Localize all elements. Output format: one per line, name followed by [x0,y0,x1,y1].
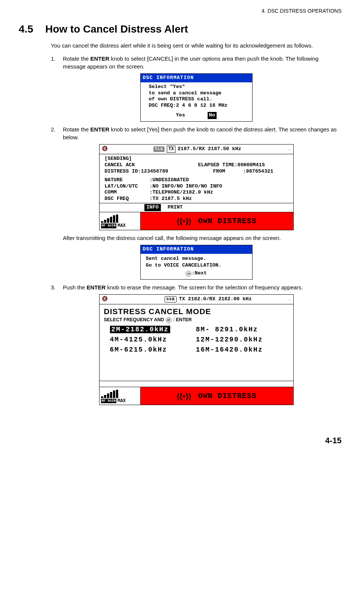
max-label: MAX [117,223,126,229]
t: SELECT FREQUENCY AND [104,317,164,323]
dialog-title: DSC INFORMATION [141,74,252,82]
nature-label: NATURE [105,177,150,183]
t: Push the [63,284,86,291]
dialog-title: DSC INFORMATION [141,245,252,254]
step-2: 2. Rotate the ENTER knob to select [Yes]… [51,125,342,141]
enter-knob: ENTER [90,55,109,62]
from-label: FROM [213,168,243,175]
latlon-value: :NO INFO/NO INFO/NO INFO [150,183,222,190]
signal-icon: ◟ [288,146,291,152]
nature-value: :UNDESIGNATED [150,177,189,183]
signal-bars-icon [101,215,139,223]
step-text: Rotate the ENTER knob to select [CANCEL]… [63,55,342,70]
speaker-icon: 🔇 [102,146,108,152]
select-freq-instruction: SELECT FREQUENCY AND ↵ : ENTER [104,317,290,323]
dialog-line: Select "Yes" [149,84,247,90]
no-option[interactable]: No [208,112,217,119]
dialog-line: to send a cancel message [149,90,247,97]
after-screen-text: After transmitting the distress cancel c… [63,234,342,242]
freq-12m[interactable]: 12M-12290.0kHz [196,335,282,344]
step-3: 3. Push the ENTER knob to erase the mess… [51,283,342,291]
own-distress-text: OWN DISTRESS [198,391,257,401]
cancel-ack: CANCEL ACK [105,162,198,168]
signal-bars-icon [101,390,139,398]
latlon-label: LAT/LON/UTC [105,183,150,190]
enter-icon: ↵ [186,271,192,277]
step-number: 2. [51,125,58,141]
freq-readout: 2187.5/RX 2187.50 kHz [178,146,241,153]
distress-id-value: 123456789 [141,168,168,174]
signal-icon: ◟ [288,296,291,303]
rfgain-label: RF GAIN [101,224,117,228]
step-text: Push the ENTER knob to erase the message… [63,283,342,291]
rfgain-label: RF GAIN [101,399,117,404]
t: : ENTER [173,317,192,323]
section-title: How to Cancel Distress Alert [45,22,188,36]
print-button[interactable]: PRINT [168,204,183,211]
own-distress-text: OWN DISTRESS [198,216,257,227]
dsc-info-dialog-2: DSC INFORMATION Sent cancel message. Go … [140,245,253,280]
sending-label: [SENDING] [105,156,290,162]
freq-2m[interactable]: 2M-2182.0kHz [110,326,171,333]
antenna-icon: ((•)) [177,216,192,227]
elapsed-value: 00H00M41S [238,162,265,168]
chapter-header: 4. DSC DISTRESS OPERATIONS [19,7,342,15]
yes-option[interactable]: Yes [176,112,185,119]
max-label: MAX [117,398,126,404]
elapsed-label: ELAPSED TIME: [198,162,238,168]
info-button[interactable]: INFO [144,204,161,211]
own-distress-banner: ((•)) OWN DISTRESS [141,212,293,230]
step-number: 3. [51,283,58,291]
intro-paragraph: You can cancel the distress alert while … [51,42,342,49]
sending-screen: 🔇 TLX TX 2187.5/RX 2187.50 kHz ◟ [SENDIN… [99,144,294,230]
dscfreq-label: DSC FREQ [105,196,150,202]
step-1: 1. Rotate the ENTER knob to select [CANC… [51,55,342,70]
rf-gain-meter: RF GAIN MAX [100,212,141,230]
enter-knob: ENTER [90,126,109,133]
t: Rotate the [63,126,90,133]
ssb-badge: SSB [165,296,177,303]
enter-icon: ↵ [166,317,172,323]
freq-select-screen: 🔇 SSB TX 2182.0/RX 2182.00 kHz ◟ DISTRES… [99,294,294,405]
comm-label: COMM [105,189,150,196]
page-number: 4-15 [19,435,342,447]
distress-cancel-mode-title: DISTRESS CANCEL MODE [104,306,290,317]
freq-4m[interactable]: 4M-4125.0kHz [110,335,196,344]
tx-indicator: TX [167,146,175,153]
from-value: :987654321 [243,168,273,175]
comm-value: :TELEPHONE/2182.0 kHz [150,189,213,196]
freq-16m[interactable]: 16M-16420.0kHz [196,345,282,355]
freq-8m[interactable]: 8M- 8291.0kHz [196,325,282,334]
speaker-icon: 🔇 [102,296,108,303]
dialog-line: Sent cancel message. [146,255,248,262]
distress-id-label: DISTRESS ID: [105,168,141,174]
freq-readout: TX 2182.0/RX 2182.00 kHz [179,296,251,303]
next-label: :Next [192,270,207,276]
enter-knob: ENTER [86,284,105,291]
dscfreq-value: :TX 2187.5 kHz [150,196,192,202]
step-number: 1. [51,55,58,70]
tlx-badge: TLX [153,146,165,152]
dialog-line: Go to VOICE CANCELLATION. [146,262,248,269]
antenna-icon: ((•)) [177,391,192,401]
freq-6m[interactable]: 6M-6215.0kHz [110,345,196,355]
t: knob to erase the message. The screen fo… [105,284,303,291]
dialog-line: DSC FREQ:2 4 6 8 12 16 MHz [149,103,247,109]
rf-gain-meter: RF GAIN MAX [100,387,141,405]
own-distress-banner: ((•)) OWN DISTRESS [141,387,293,405]
t: Rotate the [63,55,90,62]
section-number: 4.5 [19,22,33,36]
step-text: Rotate the ENTER knob to select [Yes] th… [63,125,342,141]
dsc-info-dialog-1: DSC INFORMATION Select "Yes" to send a c… [140,73,253,122]
dialog-line: of own DISTRESS call. [149,96,247,103]
